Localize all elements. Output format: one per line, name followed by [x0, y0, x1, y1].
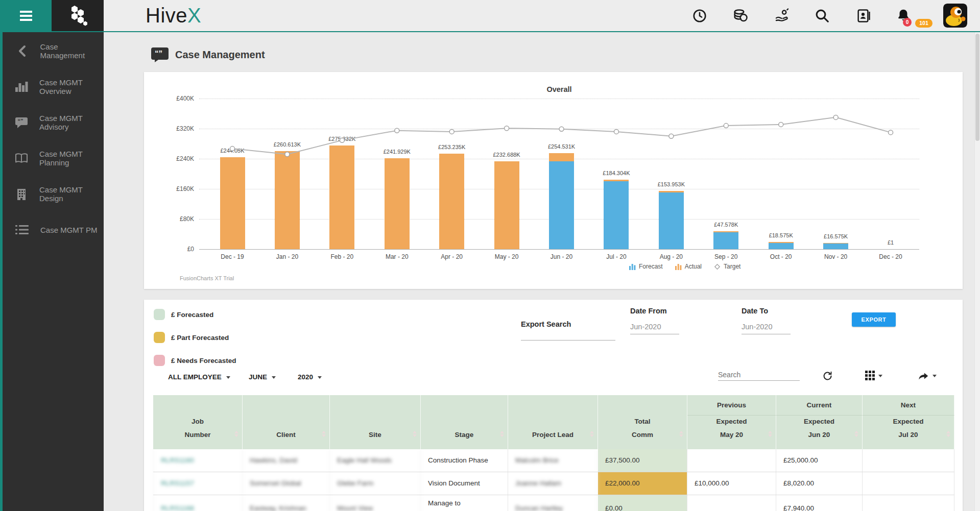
target-point[interactable] — [889, 130, 893, 135]
year-filter-dropdown[interactable]: 2020 — [298, 372, 322, 382]
sort-icon[interactable] — [768, 431, 772, 437]
column-header-expected_jun[interactable]: ExpectedJun 20 — [776, 416, 863, 449]
notifications-bell-button[interactable]: 0 101 — [896, 8, 912, 23]
export-button[interactable]: EXPORT — [852, 312, 896, 327]
hamburger-menu-button[interactable] — [0, 0, 52, 31]
contacts-book-icon[interactable] — [855, 8, 871, 23]
svg-text:“”: “” — [155, 48, 162, 57]
key-item: £ Forecasted — [154, 309, 236, 320]
table-header: JobNumberClientSiteStageProject LeadTota… — [153, 395, 954, 449]
hamburger-icon — [17, 9, 35, 22]
target-point[interactable] — [340, 138, 344, 142]
scrollbar-thumb[interactable] — [975, 34, 979, 141]
target-point[interactable] — [614, 129, 618, 134]
legend-label: Forecast — [639, 263, 663, 270]
sort-icon[interactable] — [500, 431, 504, 437]
cell-stage: Manage to Determination (MTD) — [421, 495, 508, 511]
sidebar-item-planning[interactable]: Case MGMT Planning — [3, 140, 104, 176]
x-axis-label: Sep - 20 — [714, 253, 737, 260]
sidebar-item-overview[interactable]: Case MGMT Overview — [3, 69, 104, 105]
sort-icon[interactable] — [946, 431, 950, 437]
x-axis-label: Jun - 20 — [551, 253, 572, 260]
sidebar-item-advisory[interactable]: “”Case MGMT Advisory — [3, 105, 104, 140]
sort-icon[interactable] — [234, 431, 238, 437]
date-from-value[interactable]: Jun-2020 — [630, 323, 679, 334]
x-axis-label: Aug - 20 — [660, 253, 683, 260]
target-point[interactable] — [395, 128, 399, 133]
column-header-site[interactable]: Site — [330, 395, 421, 449]
list-icon — [15, 225, 29, 235]
column-header-client[interactable]: Client — [243, 395, 330, 449]
history-icon[interactable] — [692, 8, 707, 23]
target-point[interactable] — [833, 115, 838, 119]
target-point[interactable] — [669, 134, 674, 138]
sort-icon[interactable] — [322, 431, 326, 437]
target-point[interactable] — [779, 122, 783, 127]
top-icon-bar: 0 101 — [692, 4, 980, 28]
table-row[interactable]: RLRS1160Hawkins, DavidEagle Hall WoodsCo… — [153, 449, 954, 472]
finance-coins-icon[interactable] — [733, 8, 748, 23]
table-row[interactable]: RLRS1168Eastway, KrishnanMount ViewManag… — [153, 495, 954, 511]
target-point[interactable] — [505, 126, 509, 131]
table-search-field — [718, 369, 800, 381]
date-to-value[interactable]: Jun-2020 — [742, 323, 791, 334]
target-point[interactable] — [724, 124, 728, 128]
sort-icon[interactable] — [413, 431, 417, 437]
target-point[interactable] — [230, 147, 235, 151]
x-axis-label: Jul - 20 — [606, 253, 626, 260]
key-color-swatch — [154, 309, 165, 320]
x-axis-label: Dec - 19 — [221, 253, 244, 260]
app-logo-button[interactable] — [52, 0, 104, 31]
user-avatar[interactable] — [943, 4, 967, 28]
cell-expected_jun: £7,940.00 — [776, 495, 863, 511]
legend-item-target[interactable]: Target — [714, 263, 740, 270]
target-point[interactable] — [449, 129, 454, 134]
page-scrollbar[interactable] — [974, 32, 980, 511]
columns-menu-button[interactable] — [865, 371, 882, 380]
grid-icon — [865, 371, 875, 380]
sidebar-back-item[interactable]: Case Management — [3, 33, 104, 69]
page-header: “” Case Management — [151, 47, 265, 62]
cell-site: Eagle Hall Woods — [330, 449, 421, 472]
column-header-expected_jul[interactable]: ExpectedJul 20 — [863, 416, 954, 449]
legend-item-forecast[interactable]: Forecast — [629, 263, 663, 270]
x-axis-label: Dec - 20 — [879, 253, 902, 260]
sidebar-item-design[interactable]: Case MGMT Design — [3, 176, 104, 212]
forecast-color-key: £ Forecasted£ Part Forecasted£ Needs For… — [154, 309, 236, 378]
refresh-button[interactable] — [822, 371, 833, 381]
export-menu-button[interactable] — [918, 371, 937, 380]
sort-icon[interactable] — [679, 431, 683, 437]
target-point[interactable] — [559, 127, 564, 131]
cell-job_number[interactable]: RLRS1160 — [153, 449, 243, 472]
page-title: Case Management — [175, 49, 265, 61]
column-header-project_lead[interactable]: Project Lead — [508, 395, 598, 449]
sort-icon[interactable] — [854, 431, 858, 437]
payment-hand-icon[interactable] — [774, 8, 789, 23]
cell-stage: Vision Document — [421, 472, 508, 495]
legend-forecast-icon — [629, 263, 636, 270]
employee-filter-dropdown[interactable]: ALL EMPLOYEE — [168, 372, 230, 382]
sidebar-item-pm[interactable]: Case MGMT PM — [3, 212, 104, 248]
search-icon[interactable] — [815, 8, 830, 23]
chevron-down-icon — [226, 376, 230, 379]
notification-badge-orange[interactable]: 101 — [915, 19, 933, 28]
legend-target-icon — [714, 263, 721, 270]
target-point[interactable] — [285, 152, 290, 157]
cell-project_lead: Malcolm Brice — [508, 449, 598, 472]
open-book-icon — [15, 153, 28, 164]
table-search-input[interactable] — [718, 369, 800, 381]
column-header-expected_may[interactable]: ExpectedMay 20 — [687, 416, 776, 449]
export-search-input[interactable] — [521, 328, 615, 340]
table-row[interactable]: RLRS1157Somerset GlobalGlebe FarmVision … — [153, 472, 954, 495]
legend-item-actual[interactable]: Actual — [675, 263, 702, 270]
sidebar-item-label: Case MGMT Overview — [39, 78, 104, 95]
column-header-total_comm[interactable]: TotalComm — [598, 395, 687, 449]
cell-job_number[interactable]: RLRS1168 — [153, 495, 243, 511]
month-filter-dropdown[interactable]: JUNE — [249, 372, 276, 382]
column-header-stage[interactable]: Stage — [421, 395, 508, 449]
notification-badge-red[interactable]: 0 — [903, 18, 912, 27]
x-axis-label: Jan - 20 — [276, 253, 298, 260]
sort-icon[interactable] — [590, 431, 594, 437]
column-header-job_number[interactable]: JobNumber — [153, 395, 243, 449]
cell-job_number[interactable]: RLRS1157 — [153, 472, 243, 495]
